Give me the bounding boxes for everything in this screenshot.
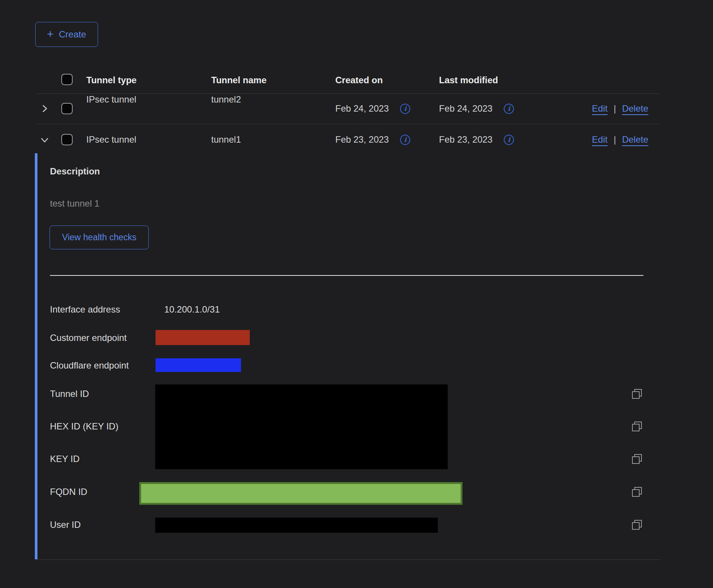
select-all-checkbox[interactable] [61,74,73,85]
last-modified-value: Feb 23, 2023 [439,134,492,145]
row-actions: Edit | Delete [592,134,648,145]
delete-link[interactable]: Delete [622,134,648,145]
tunnel-type-cell: IPsec tunnel [86,134,136,145]
chevron-down-icon[interactable] [39,135,50,145]
customer-endpoint-redacted-value [156,330,250,345]
view-health-checks-label: View health checks [62,232,136,243]
info-icon[interactable]: i [504,104,514,114]
fqdn-id-redacted-value [139,482,462,505]
copy-icon[interactable] [631,519,643,530]
copy-icon[interactable] [631,388,643,400]
column-header-created-on: Created on [335,75,383,86]
column-header-last-modified: Last modified [439,75,498,86]
info-icon[interactable]: i [504,135,514,145]
column-header-tunnel-type: Tunnel type [86,75,137,86]
info-icon[interactable]: i [400,104,410,114]
edit-link[interactable]: Edit [592,134,607,145]
cloudflare-endpoint-redacted-value [156,358,241,372]
tunnels-table: Tunnel type Tunnel name Created on Last … [35,64,660,155]
tunnel-name-cell: tunnel1 [211,134,241,145]
section-divider [50,275,643,276]
ids-redacted-value [155,384,448,469]
ipsec-tunnels-page: + Create Tunnel type Tunnel name Created… [0,0,713,588]
cloudflare-endpoint-label: Cloudflare endpoint [50,360,129,371]
interface-address-value: 10.200.1.0/31 [164,304,220,315]
create-button[interactable]: + Create [35,22,98,47]
tunnel-type-cell: IPsec tunnel [86,94,136,105]
last-modified-value: Feb 24, 2023 [439,103,492,114]
created-on-value: Feb 23, 2023 [335,134,389,145]
table-row-tunnel1: IPsec tunnel tunnel1 Feb 23, 2023 i Feb … [35,124,660,155]
copy-icon[interactable] [631,486,643,498]
view-health-checks-button[interactable]: View health checks [50,226,149,249]
expanded-row-accent-bar [35,153,37,559]
info-icon[interactable]: i [400,135,410,145]
user-id-redacted-value [155,518,438,533]
row-checkbox[interactable] [61,103,73,114]
row-checkbox[interactable] [61,134,73,145]
chevron-right-icon[interactable] [39,103,50,114]
user-id-label: User ID [50,519,81,530]
tunnel-name-cell: tunnel2 [211,94,241,105]
table-row-tunnel2: IPsec tunnel tunnel2 Feb 24, 2023 i Feb … [35,94,660,124]
last-modified-cell: Feb 24, 2023 i [439,103,514,114]
copy-icon[interactable] [631,421,643,432]
create-button-label: Create [59,29,86,40]
tunnel-detail-panel: Description test tunnel 1 View health ch… [35,154,660,560]
description-label: Description [50,166,100,177]
created-on-cell: Feb 23, 2023 i [335,134,410,145]
customer-endpoint-label: Customer endpoint [50,332,127,344]
delete-link[interactable]: Delete [622,103,648,114]
created-on-cell: Feb 24, 2023 i [335,103,410,114]
fqdn-id-label: FQDN ID [50,486,87,498]
action-separator: | [613,134,616,145]
interface-address-label: Interface address [50,304,120,315]
hex-id-label: HEX ID (KEY ID) [50,421,118,432]
tunnel-id-label: Tunnel ID [50,388,89,400]
last-modified-cell: Feb 23, 2023 i [439,134,514,145]
edit-link[interactable]: Edit [592,103,607,114]
key-id-label: KEY ID [50,453,79,465]
table-header-row: Tunnel type Tunnel name Created on Last … [35,64,660,94]
description-value: test tunnel 1 [50,198,100,209]
plus-icon: + [47,28,54,40]
action-separator: | [613,103,616,114]
column-header-tunnel-name: Tunnel name [211,75,266,86]
copy-icon[interactable] [631,453,643,465]
created-on-value: Feb 24, 2023 [335,103,389,114]
row-actions: Edit | Delete [592,103,648,114]
